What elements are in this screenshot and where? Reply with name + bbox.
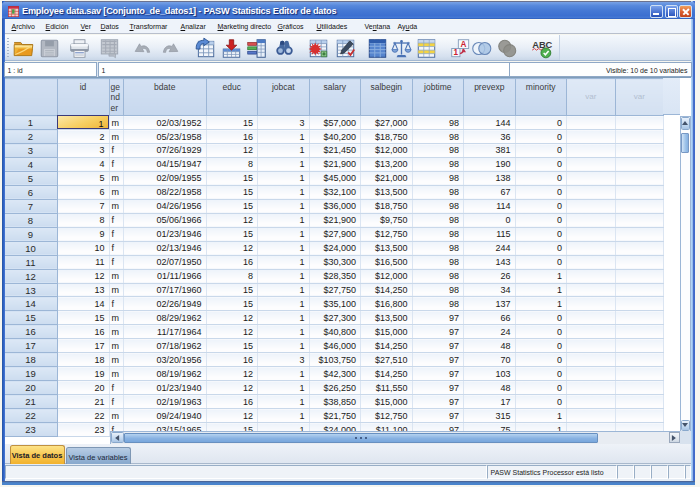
svg-text:A: A [460, 40, 466, 49]
svg-text:1: 1 [454, 48, 459, 57]
